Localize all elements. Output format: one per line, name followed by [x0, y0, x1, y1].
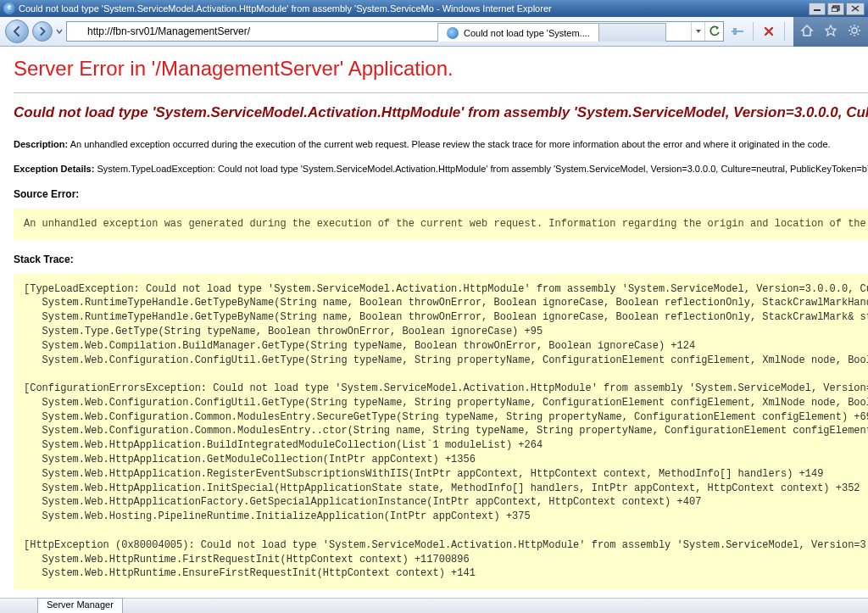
minimize-button[interactable]	[809, 3, 826, 15]
window-title: Could not load type 'System.ServiceModel…	[19, 3, 809, 14]
window-titlebar: Could not load type 'System.ServiceModel…	[0, 0, 868, 17]
page-viewport[interactable]: Server Error in '/ManagementServer' Appl…	[0, 47, 868, 596]
description-text: An unhandled exception occurred during t…	[70, 139, 831, 149]
exception-text: System.TypeLoadException: Could not load…	[97, 164, 868, 174]
favorites-icon[interactable]	[824, 24, 837, 40]
tab-favicon	[447, 27, 459, 39]
compat-view-button[interactable]	[727, 21, 748, 42]
svg-line-12	[850, 33, 852, 35]
page-title: Server Error in '/ManagementServer' Appl…	[14, 57, 868, 81]
source-error-box: An unhandled exception was generated dur…	[14, 209, 868, 240]
home-icon[interactable]	[800, 24, 814, 40]
new-tab-button[interactable]	[598, 23, 666, 42]
stack-trace-label: Stack Trace:	[14, 254, 74, 265]
svg-point-5	[852, 28, 857, 33]
site-icon	[67, 25, 84, 37]
tab-active[interactable]: Could not load type 'System....	[437, 23, 599, 42]
forward-button[interactable]	[32, 21, 53, 42]
svg-rect-0	[814, 9, 821, 11]
taskbar-item-server-manager[interactable]: Server Manager	[37, 598, 123, 613]
back-button[interactable]	[5, 20, 29, 43]
close-button[interactable]	[846, 3, 865, 15]
tab-label: Could not load type 'System....	[464, 28, 590, 38]
separator	[753, 22, 754, 41]
svg-rect-4	[733, 28, 737, 35]
error-page: Server Error in '/ManagementServer' Appl…	[0, 47, 868, 596]
exception-label: Exception Details:	[14, 164, 94, 174]
browser-toolbar	[0, 17, 868, 47]
divider	[14, 92, 868, 93]
stack-trace-box: [TypeLoadException: Could not load type …	[14, 274, 868, 590]
svg-line-13	[858, 26, 860, 28]
separator	[784, 22, 785, 41]
taskbar-item-label: Server Manager	[47, 599, 114, 610]
tools-icon[interactable]	[848, 24, 861, 40]
svg-rect-2	[832, 8, 837, 12]
refresh-button[interactable]	[704, 22, 723, 41]
address-dropdown-icon[interactable]	[691, 22, 704, 41]
ie-app-icon	[3, 3, 15, 14]
stop-button[interactable]	[759, 21, 779, 42]
restore-button[interactable]	[827, 3, 844, 15]
nav-history-dropdown-icon[interactable]	[56, 28, 63, 35]
description-label: Description:	[14, 139, 68, 149]
taskbar: Server Manager	[0, 598, 868, 613]
source-error-label: Source Error:	[14, 188, 79, 200]
exception-row: Exception Details: System.TypeLoadExcept…	[14, 163, 868, 176]
svg-line-10	[850, 26, 852, 28]
source-error-text: An unhandled exception was generated dur…	[24, 217, 868, 231]
stack-trace-text: [TypeLoadException: Could not load type …	[24, 282, 868, 582]
description-row: Description: An unhandled exception occu…	[14, 138, 868, 151]
error-subheading: Could not load type 'System.ServiceModel…	[14, 103, 868, 123]
svg-line-11	[858, 33, 860, 35]
